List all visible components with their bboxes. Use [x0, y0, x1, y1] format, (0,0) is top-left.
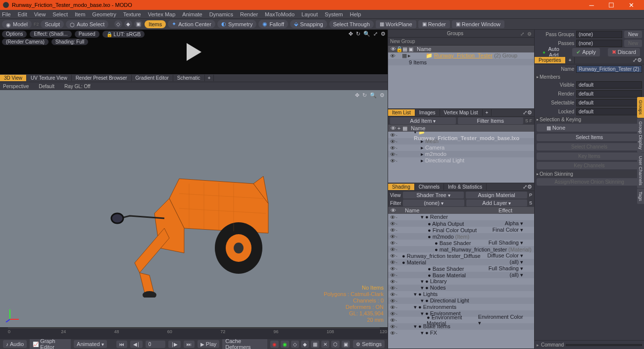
shader-row[interactable]: 👁·● Base ShaderFull Shading ▾	[388, 240, 534, 246]
preview-camera[interactable]: (Render Camera)	[2, 39, 49, 45]
pass-groups-select[interactable]: (none)	[576, 31, 622, 38]
key-icon-8[interactable]: ▣	[342, 341, 350, 348]
expand-icon[interactable]: ⤢	[520, 31, 525, 36]
step-back-icon[interactable]: ◀∣	[130, 341, 143, 348]
expand-icon[interactable]: ⤢	[373, 31, 378, 37]
menu-geometry[interactable]: Geometry	[92, 11, 116, 17]
action-center-button[interactable]: ✦Action Center	[168, 20, 215, 28]
symmetry-button[interactable]: ◐Symmetry	[217, 20, 257, 28]
settings-button[interactable]: ⚙ Settings	[353, 340, 385, 348]
snapping-button[interactable]: ⬙Snapping	[290, 20, 327, 28]
shader-view-select[interactable]: Shader Tree ▾	[403, 192, 464, 199]
edge-mode-icon[interactable]: ◆	[124, 20, 132, 28]
side-tab-group-display[interactable]: Group Display	[637, 118, 644, 152]
key-icon-1[interactable]: ◉	[270, 341, 279, 348]
add-layer-button[interactable]: Add Layer ▾	[466, 199, 527, 206]
menu-texture[interactable]: Texture	[123, 11, 141, 17]
shader-row[interactable]: 👁·▾ ● Lights	[388, 291, 534, 298]
menu-vertex-map[interactable]: Vertex Map	[148, 11, 176, 17]
add-item-button[interactable]: Add Item ▾	[390, 117, 456, 124]
skip-end-icon[interactable]: ⏭	[184, 341, 195, 348]
shader-row[interactable]: 👁·● Environment MaterialEnvironment Colo…	[388, 317, 534, 323]
gear-icon[interactable]: ⚙	[527, 109, 532, 115]
step-fwd-icon[interactable]: ∣▶	[168, 341, 181, 348]
shader-row[interactable]: 👁·▾ ● Library	[388, 278, 534, 285]
shader-row[interactable]: 👁·▾ ● Directional Light	[388, 298, 534, 304]
discard-button[interactable]: ✖Discard	[608, 48, 640, 56]
side-tab-tags[interactable]: Tags	[637, 189, 644, 204]
shader-row[interactable]: 👁·● Runway_friction tester_DiffuseDiffus…	[388, 252, 534, 259]
animated-button[interactable]: Animated ▾	[74, 340, 106, 348]
preview-lut[interactable]: 🔒 LUT: sRGB	[102, 31, 145, 38]
minimize-button[interactable]: ─	[582, 0, 601, 10]
frame-field[interactable]: 0	[146, 341, 165, 348]
polygon-mode-icon[interactable]: ▣	[134, 20, 143, 28]
select-items-button[interactable]: Select Items	[537, 134, 642, 141]
menu-layout[interactable]: Layout	[301, 11, 318, 17]
3d-viewport[interactable]: ✥ ↻ 🔍 ⚙	[0, 90, 388, 327]
item-row[interactable]: 👁·▸ m2modo	[388, 151, 534, 157]
render-window-button[interactable]: ▣ Render Window	[452, 20, 504, 28]
shader-row[interactable]: 👁·▾ ● Render	[388, 214, 534, 220]
tab-item-list[interactable]: Item List	[388, 109, 415, 116]
timeline[interactable]: 02448607296108120	[0, 327, 388, 339]
key-icon-4[interactable]: ◆	[301, 341, 309, 348]
shader-row[interactable]: 👁·● Final Color OutputFinal Color ▾	[388, 227, 534, 233]
passes-new[interactable]: New	[624, 40, 642, 47]
item-row[interactable]: 👁·▸ Directional Light	[388, 157, 534, 164]
render-select[interactable]: default	[576, 90, 642, 98]
rotate-icon[interactable]: ↻	[356, 31, 360, 37]
key-icon-7[interactable]: ⬡	[331, 341, 340, 348]
shader-row[interactable]: 👁·▾ ● Environments	[388, 304, 534, 310]
assign-material-button[interactable]: Assign Material	[466, 192, 527, 199]
preview-effect[interactable]: Effect: (Shadi...	[30, 31, 71, 38]
shader-row[interactable]: 👁·● Base Material(all) ▾	[388, 272, 534, 278]
tab-render-preset[interactable]: Render Preset Browser	[72, 75, 132, 81]
tab-schematic[interactable]: Schematic	[173, 75, 205, 81]
tab-shading[interactable]: Shading	[388, 184, 415, 190]
apply-button[interactable]: ✔Apply	[572, 48, 600, 56]
key-icon-5[interactable]: ▦	[311, 341, 319, 348]
play-button[interactable]: ▶ Play	[198, 340, 219, 348]
preview-options[interactable]: Options	[2, 31, 27, 38]
menu-item[interactable]: Item	[75, 11, 85, 17]
audio-button[interactable]: ♪ Audio	[3, 340, 27, 348]
selection-keying-section[interactable]: Selection & Keying	[535, 116, 644, 123]
pass-groups-new[interactable]: New	[624, 31, 642, 38]
workplane-button[interactable]: ▦ WorkPlane	[376, 20, 416, 28]
key-icon-6[interactable]: ✕	[321, 341, 329, 348]
auto-select-button[interactable]: ⬡Auto Select	[66, 20, 108, 28]
vp-zoom-icon[interactable]: 🔍	[370, 92, 377, 99]
vp-rotate-icon[interactable]: ↻	[362, 92, 367, 99]
tab-properties[interactable]: Properties	[535, 57, 566, 63]
sculpt-mode-button[interactable]: Sculpt	[41, 20, 64, 28]
tab-info-stats[interactable]: Info & Statistics	[444, 184, 487, 190]
key-icon-3[interactable]: ◇	[291, 341, 299, 348]
shader-row[interactable]: 👁·● Base ShaderFull Shading ▾	[388, 265, 534, 272]
command-field[interactable]	[566, 344, 642, 346]
members-section[interactable]: Members	[535, 73, 644, 80]
menu-dynamics[interactable]: Dynamics	[209, 11, 233, 17]
zoom-icon[interactable]: 🔍	[363, 31, 370, 37]
shader-filter-select[interactable]: (none) ▾	[403, 199, 464, 206]
menu-render[interactable]: Render	[240, 11, 258, 17]
move-icon[interactable]: ✥	[348, 31, 353, 37]
none-row[interactable]: ▦ None	[537, 124, 642, 132]
item-row[interactable]: 👁·▸ Camera	[388, 145, 534, 151]
vp-default[interactable]: Default	[39, 84, 54, 89]
gear-icon[interactable]: ⚙	[527, 31, 532, 36]
side-tab-user-channels[interactable]: User Channels	[637, 153, 644, 189]
tab-add-itemlist[interactable]: +	[483, 109, 492, 116]
shader-row[interactable]: 👁·● m2modo (Item)	[388, 233, 534, 240]
tab-vertex-map[interactable]: Vertex Map List	[440, 109, 483, 116]
side-tab-groups[interactable]: Groups	[637, 97, 644, 118]
falloff-button[interactable]: ◉Falloff	[258, 20, 288, 28]
item-row[interactable]: 👁·▾ 📁 Runway_Friction_Tester_modo_base.l…	[388, 132, 534, 138]
render-button[interactable]: ▣ Render	[418, 20, 450, 28]
menu-file[interactable]: File	[2, 11, 11, 17]
passes-select[interactable]: (none)	[576, 40, 622, 47]
tab-images[interactable]: Images	[415, 109, 440, 116]
menu-view[interactable]: View	[34, 11, 46, 17]
shader-row[interactable]: 👁·● Material(all) ▾	[388, 259, 534, 265]
render-preview[interactable]: Options Effect: (Shadi... Paused 🔒 LUT: …	[0, 30, 388, 74]
